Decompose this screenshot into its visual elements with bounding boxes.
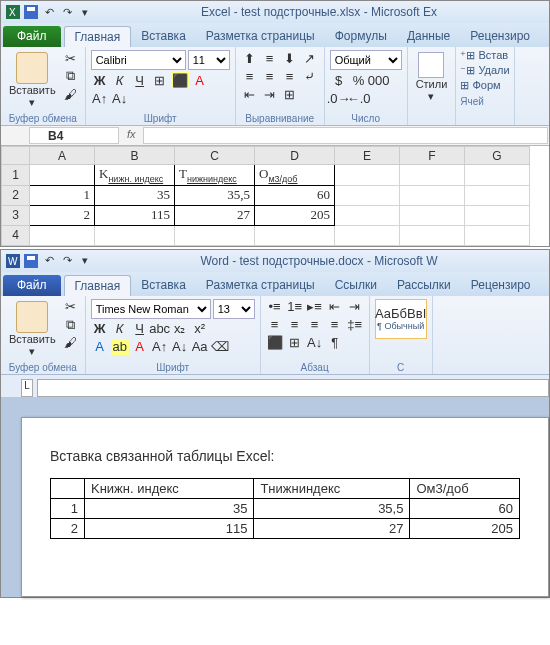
format-painter-icon[interactable]: 🖌 xyxy=(62,86,80,102)
delete-cells-button[interactable]: ⁻⊞ Удали xyxy=(460,64,509,77)
borders-button[interactable]: ⊞ xyxy=(286,335,304,351)
undo-icon[interactable]: ↶ xyxy=(41,253,57,269)
align-middle-button[interactable]: ≡ xyxy=(261,50,279,66)
align-center-button[interactable]: ≡ xyxy=(286,317,304,333)
numbering-button[interactable]: 1≡ xyxy=(286,299,304,315)
table-cell[interactable]: 1 xyxy=(51,498,85,518)
insert-cells-button[interactable]: ⁺⊞ Встав xyxy=(460,49,509,62)
redo-icon[interactable]: ↷ xyxy=(59,253,75,269)
table-cell[interactable]: 205 xyxy=(410,518,520,538)
cell[interactable] xyxy=(335,165,400,186)
table-cell[interactable]: Tнижниндекс xyxy=(254,478,410,498)
paste-button[interactable]: Вставить ▾ xyxy=(6,50,59,111)
column-header[interactable]: A xyxy=(30,147,95,165)
align-bottom-button[interactable]: ⬇ xyxy=(281,50,299,66)
align-left-button[interactable]: ≡ xyxy=(266,317,284,333)
qat-dropdown-icon[interactable]: ▾ xyxy=(77,4,93,20)
cell[interactable]: Oм3/доб xyxy=(255,165,335,186)
file-tab[interactable]: Файл xyxy=(3,275,61,296)
select-all-corner[interactable] xyxy=(2,147,30,165)
row-header[interactable]: 4 xyxy=(2,225,30,245)
cell[interactable] xyxy=(400,185,465,205)
column-header[interactable]: G xyxy=(465,147,530,165)
style-normal[interactable]: АаБбВвІ ¶ Обычный xyxy=(375,299,427,339)
cell[interactable]: 2 xyxy=(30,205,95,225)
tab-review[interactable]: Рецензиро xyxy=(460,26,540,47)
change-case-button[interactable]: Aa xyxy=(191,339,209,355)
align-right-button[interactable]: ≡ xyxy=(281,68,299,84)
cut-icon[interactable]: ✂ xyxy=(62,50,80,66)
cell[interactable] xyxy=(400,165,465,186)
cell[interactable] xyxy=(465,165,530,186)
table-cell[interactable]: Kнижн. индекс xyxy=(85,478,254,498)
clear-format-button[interactable]: ⌫ xyxy=(211,339,229,355)
file-tab[interactable]: Файл xyxy=(3,26,61,47)
copy-icon[interactable]: ⧉ xyxy=(62,317,80,333)
cell[interactable]: 60 xyxy=(255,185,335,205)
tab-mailings[interactable]: Рассылки xyxy=(387,275,461,296)
grow-font-button[interactable]: A↑ xyxy=(91,90,109,106)
bold-button[interactable]: Ж xyxy=(91,321,109,337)
cell[interactable] xyxy=(255,225,335,245)
align-top-button[interactable]: ⬆ xyxy=(241,50,259,66)
embedded-table[interactable]: Kнижн. индексTнижниндексOм3/доб13535,560… xyxy=(50,478,520,539)
text-effects-button[interactable]: A xyxy=(91,339,109,355)
column-header[interactable]: D xyxy=(255,147,335,165)
subscript-button[interactable]: x₂ xyxy=(171,321,189,337)
decrease-indent-button[interactable]: ⇤ xyxy=(326,299,344,315)
excel-app-icon[interactable]: X xyxy=(5,4,21,20)
table-cell[interactable]: Oм3/доб xyxy=(410,478,520,498)
cell[interactable]: 115 xyxy=(95,205,175,225)
cell[interactable]: Tнижниндекс xyxy=(175,165,255,186)
cell[interactable] xyxy=(465,205,530,225)
decrease-indent-button[interactable]: ⇤ xyxy=(241,86,259,102)
tab-insert[interactable]: Вставка xyxy=(131,275,196,296)
tab-references[interactable]: Ссылки xyxy=(325,275,387,296)
paragraph[interactable]: Вставка связанной таблицы Excel: xyxy=(50,448,520,464)
thousands-button[interactable]: 000 xyxy=(370,72,388,88)
tab-home[interactable]: Главная xyxy=(64,26,132,47)
font-size-combo[interactable]: 13 xyxy=(213,299,255,319)
line-spacing-button[interactable]: ‡≡ xyxy=(346,317,364,333)
cell[interactable]: 205 xyxy=(255,205,335,225)
tab-review[interactable]: Рецензиро xyxy=(461,275,541,296)
cell[interactable]: 1 xyxy=(30,185,95,205)
cell[interactable] xyxy=(175,225,255,245)
bold-button[interactable]: Ж xyxy=(91,72,109,88)
font-size-combo[interactable]: 11 xyxy=(188,50,230,70)
redo-icon[interactable]: ↷ xyxy=(59,4,75,20)
highlight-button[interactable]: ab xyxy=(111,339,129,355)
table-cell[interactable]: 115 xyxy=(85,518,254,538)
formula-input[interactable] xyxy=(143,127,548,144)
tab-formulas[interactable]: Формулы xyxy=(325,26,397,47)
font-name-combo[interactable]: Times New Roman xyxy=(91,299,211,319)
tab-home[interactable]: Главная xyxy=(64,275,132,296)
orientation-button[interactable]: ↗ xyxy=(301,50,319,66)
table-cell[interactable]: 27 xyxy=(254,518,410,538)
table-cell[interactable]: 35,5 xyxy=(254,498,410,518)
tab-data[interactable]: Данные xyxy=(397,26,460,47)
currency-button[interactable]: $ xyxy=(330,72,348,88)
paste-button[interactable]: Вставить ▾ xyxy=(6,299,59,360)
underline-button[interactable]: Ч xyxy=(131,321,149,337)
cell[interactable] xyxy=(30,225,95,245)
wrap-text-button[interactable]: ⤶ xyxy=(301,68,319,84)
superscript-button[interactable]: x² xyxy=(191,321,209,337)
save-icon[interactable] xyxy=(23,4,39,20)
qat-dropdown-icon[interactable]: ▾ xyxy=(77,253,93,269)
cut-icon[interactable]: ✂ xyxy=(62,299,80,315)
save-icon[interactable] xyxy=(23,253,39,269)
grow-font-button[interactable]: A↑ xyxy=(151,339,169,355)
show-marks-button[interactable]: ¶ xyxy=(326,335,344,351)
italic-button[interactable]: К xyxy=(111,72,129,88)
border-button[interactable]: ⊞ xyxy=(151,72,169,88)
strike-button[interactable]: abc xyxy=(151,321,169,337)
shading-button[interactable]: ⬛ xyxy=(266,335,284,351)
cell[interactable] xyxy=(335,185,400,205)
row-header[interactable]: 2 xyxy=(2,185,30,205)
word-app-icon[interactable]: W xyxy=(5,253,21,269)
name-box[interactable]: B4 xyxy=(29,127,119,144)
cell[interactable] xyxy=(465,225,530,245)
increase-indent-button[interactable]: ⇥ xyxy=(261,86,279,102)
column-header[interactable]: F xyxy=(400,147,465,165)
